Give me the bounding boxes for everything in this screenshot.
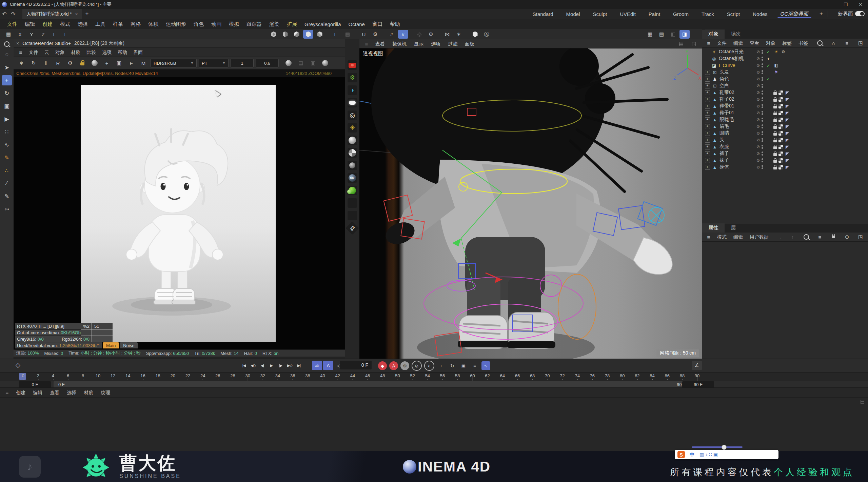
corner-tag-icon[interactable]: ◤	[785, 124, 790, 129]
enable-dots[interactable]	[762, 104, 763, 108]
fcurve-mode-icon[interactable]: ∠	[692, 361, 702, 370]
timeline-ruler[interactable]: 0246810121416182022242628303234363840424…	[0, 372, 868, 381]
lock-resolution-icon[interactable]	[77, 59, 87, 67]
material-menu-icon[interactable]: ≡	[2, 388, 12, 397]
enable-dots[interactable]	[762, 111, 763, 115]
redo-icon[interactable]: ↷	[9, 10, 18, 18]
keyframe-presets-icon[interactable]: ◐	[424, 361, 434, 371]
expand-view-icon[interactable]: ⇄	[346, 221, 359, 235]
state-icon[interactable]: +	[765, 56, 772, 61]
workspace-tab-OC渲染界面[interactable]: OC渲染界面	[774, 9, 815, 19]
viewport-menu-item[interactable]: 查看	[372, 41, 389, 46]
layout-grid-icon[interactable]: ▦	[645, 30, 655, 39]
restart-render-icon[interactable]: ∗	[16, 59, 26, 67]
keying-settings-icon[interactable]: ⚙	[400, 361, 409, 370]
expand-icon[interactable]: +	[705, 165, 710, 170]
attributes-menu-item[interactable]: 模式	[714, 234, 730, 240]
phong-tag-icon[interactable]	[778, 145, 783, 149]
visibility-toggle-icon[interactable]: ⊘	[756, 83, 760, 88]
main-menu-item[interactable]: Octane	[345, 21, 369, 27]
material-menu-item[interactable]: 查看	[46, 390, 63, 395]
record-parameter-icon[interactable]: ≡	[470, 361, 479, 370]
octane-menu-item[interactable]: 比较	[83, 49, 99, 55]
phong-tag-icon[interactable]	[778, 124, 783, 129]
tree-row-身体[interactable]: +▲身体⊘◤	[702, 164, 868, 170]
expand-icon[interactable]: +	[705, 104, 710, 109]
ime-toolbar[interactable]: S 中 ▥ ♪ ∷ ▣	[675, 446, 778, 459]
camera-tag-icon[interactable]	[773, 56, 779, 61]
annotate-icon[interactable]: Ⓐ	[481, 30, 492, 39]
phong-tag-icon[interactable]	[778, 152, 783, 156]
octane-menu-item[interactable]: 材质	[68, 49, 83, 55]
expand-icon[interactable]: +	[705, 158, 710, 163]
visibility-toggle-icon[interactable]: ⊘	[756, 131, 760, 136]
main-menu-item[interactable]: 网格	[127, 21, 144, 27]
main-menu-item[interactable]: 编辑	[21, 21, 39, 27]
mode-polygons-icon[interactable]	[292, 30, 302, 39]
tab-noise[interactable]: Noise	[120, 342, 138, 348]
viewport-grid-icon[interactable]: ▤	[676, 39, 686, 48]
main-menu-item[interactable]: 帮助	[386, 21, 404, 27]
lock-tag-icon[interactable]	[773, 92, 777, 95]
dim-tool-icon-2[interactable]	[348, 211, 357, 220]
material-menu-item[interactable]: 材质	[80, 390, 97, 395]
visibility-toggle-icon[interactable]: ⊘	[756, 63, 760, 68]
enable-dots[interactable]	[762, 124, 763, 128]
magnet-points-icon[interactable]: ∴	[2, 165, 12, 176]
attr-menu-icon[interactable]: ≡	[704, 233, 714, 241]
om-menu-icon[interactable]: ≡	[704, 39, 714, 47]
close-button[interactable]: ✕	[853, 0, 868, 9]
state-icon[interactable]: ✓	[765, 49, 772, 55]
main-menu-item[interactable]: 运动图形	[162, 21, 190, 27]
visibility-toggle-icon[interactable]: ⊘	[756, 70, 760, 75]
enable-dots[interactable]	[762, 97, 763, 101]
search-icon[interactable]	[801, 233, 811, 241]
viewport-menu-icon[interactable]: ≡	[361, 39, 372, 48]
next-key-icon[interactable]: ▶◇	[285, 361, 294, 370]
axis-mode-icon[interactable]: ∟	[331, 30, 341, 39]
material-menu-item[interactable]: 创建	[12, 390, 29, 395]
corner-tag-icon[interactable]: ◤	[785, 110, 790, 116]
keyframe-selection-icon[interactable]: ⊘	[412, 361, 422, 371]
focus-picker-icon[interactable]: F	[126, 59, 136, 67]
minimize-button[interactable]: —	[823, 0, 838, 9]
mode-texture-icon[interactable]	[315, 30, 325, 39]
viewport-menu-item[interactable]: 过滤	[444, 41, 461, 46]
attributes-tab-属性[interactable]: 属性	[702, 223, 725, 233]
object-manager-tab-对象[interactable]: 对象	[702, 29, 725, 39]
target-icon[interactable]: ◎	[414, 30, 425, 39]
target-icon[interactable]: ⊙	[842, 233, 852, 241]
main-menu-item[interactable]: 样条	[109, 21, 127, 27]
phong-tag-icon[interactable]	[778, 97, 783, 102]
enable-dots[interactable]	[762, 131, 763, 135]
exposure-pill-icon[interactable]	[348, 98, 357, 107]
next-frame-icon[interactable]: |▶	[276, 361, 285, 370]
viewport-menu-item[interactable]: 选项	[427, 41, 444, 46]
prev-key-icon[interactable]: ◀◇	[249, 361, 258, 370]
render-settings-icon[interactable]: ⚙	[65, 59, 75, 67]
enable-dots[interactable]	[762, 165, 763, 169]
sphere-dim-icon[interactable]	[283, 59, 294, 67]
range-end-field[interactable]: 90 F	[682, 381, 714, 388]
main-menu-item[interactable]: 文件	[3, 21, 21, 27]
corner-tag-icon[interactable]: ◤	[785, 151, 790, 156]
dim-tool-icon-1[interactable]	[348, 198, 357, 208]
visibility-toggle-icon[interactable]: ⊘	[756, 117, 760, 122]
phong-tag-icon[interactable]	[778, 165, 783, 169]
display-tag-icon[interactable]: ◧	[773, 63, 779, 68]
mirror-icon[interactable]: ⋈	[442, 30, 452, 39]
focus-target-icon[interactable]: ◎	[348, 111, 357, 120]
workspace-tab-Groom[interactable]: Groom	[667, 9, 695, 19]
tree-row-鞋子01[interactable]: +▲鞋子01⊘◤	[702, 109, 868, 116]
range-start-field[interactable]: 0 F	[19, 381, 51, 388]
phong-tag-icon[interactable]	[778, 138, 783, 142]
workspace-tab-Model[interactable]: Model	[560, 9, 587, 19]
kernel-dropdown[interactable]: PT▼	[199, 59, 229, 67]
expand-icon[interactable]: +	[705, 124, 710, 129]
snap-settings-icon[interactable]: ⚙	[370, 30, 380, 39]
workspace-tab-Sculpt[interactable]: Sculpt	[586, 9, 613, 19]
tree-row-空白[interactable]: +⊡空白⊘	[702, 82, 868, 89]
lock-tag-icon[interactable]	[773, 119, 777, 122]
grid-icon[interactable]: #	[387, 30, 397, 39]
lock-icon[interactable]	[828, 233, 839, 241]
